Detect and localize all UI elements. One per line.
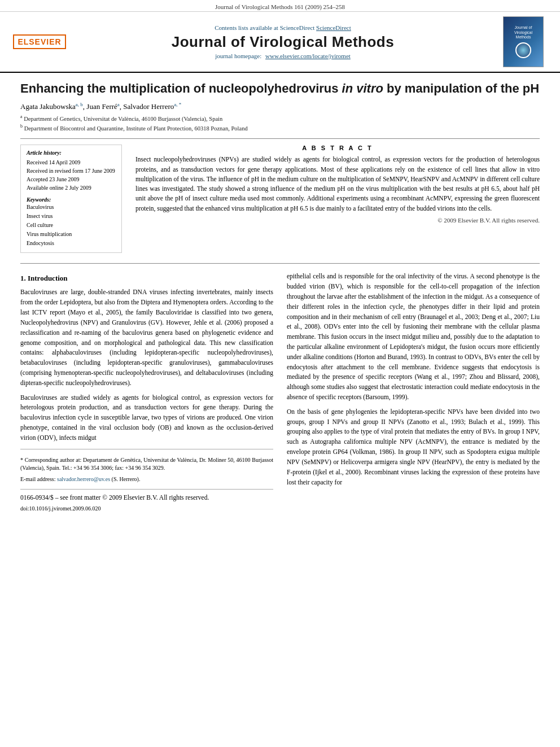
journal-header-center: Contents lists available at ScienceDirec… bbox=[68, 24, 498, 59]
affiliations: a Department of Genetics, Universitat de… bbox=[20, 113, 540, 133]
journal-header: ELSEVIER Contents lists available at Sci… bbox=[0, 12, 560, 73]
corresponding-note: * Corresponding author at: Departament d… bbox=[20, 456, 273, 472]
abstract-heading: A B S T R A C T bbox=[135, 145, 540, 151]
accepted-date: Accepted 23 June 2009 bbox=[27, 175, 116, 184]
body-left-column: 1. Introduction Baculoviruses are large,… bbox=[20, 272, 273, 513]
divider bbox=[20, 138, 540, 139]
article-info-column: Article history: Received 14 April 2009 … bbox=[20, 145, 122, 259]
abstract-section: A B S T R A C T Insect nucleopolyhedrovi… bbox=[135, 145, 540, 224]
article-history-label: Article history: bbox=[27, 150, 116, 156]
section-divider bbox=[20, 263, 540, 264]
journal-header-right: Journal of Virological Methods bbox=[498, 16, 549, 67]
footnote-area: * Corresponding author at: Departament d… bbox=[20, 449, 273, 483]
elsevier-logo: ELSEVIER bbox=[13, 34, 65, 49]
journal-title: Journal of Virological Methods bbox=[68, 33, 498, 51]
keyword-1: Baculovirus bbox=[27, 203, 116, 212]
intro-para-2: Baculoviruses are studied widely as agen… bbox=[20, 393, 273, 443]
keyword-5: Endocytosis bbox=[27, 239, 116, 248]
available-date: Available online 2 July 2009 bbox=[27, 184, 116, 192]
keyword-3: Cell culture bbox=[27, 221, 116, 230]
article-abstract-section: Article history: Received 14 April 2009 … bbox=[20, 145, 540, 259]
email-note: E-mail address: salvador.herrero@uv.es (… bbox=[20, 475, 273, 483]
abstract-text: Insect nucleopolyhedroviruses (NPVs) are… bbox=[135, 155, 540, 213]
right-para-1: epithelial cells and is responsible for … bbox=[287, 272, 540, 403]
journal-citation: Journal of Virological Methods 161 (2009… bbox=[215, 3, 345, 10]
footer-copyright-section: 0166-0934/$ – see front matter © 2009 El… bbox=[20, 489, 273, 513]
intro-heading: 1. Introduction bbox=[20, 273, 273, 284]
journal-header-left: ELSEVIER bbox=[11, 34, 68, 49]
received-date: Received 14 April 2009 bbox=[27, 158, 116, 167]
keyword-2: Insect virus bbox=[27, 212, 116, 221]
article-history-box: Article history: Received 14 April 2009 … bbox=[20, 145, 122, 253]
article-content: Enhancing the multiplication of nucleopo… bbox=[0, 73, 560, 524]
body-right-column: epithelial cells and is responsible for … bbox=[287, 272, 540, 513]
keywords-label: Keywords: bbox=[27, 196, 116, 203]
keywords-section: Keywords: Baculovirus Insect virus Cell … bbox=[27, 196, 116, 248]
main-body: 1. Introduction Baculoviruses are large,… bbox=[20, 272, 540, 513]
cover-title: Journal of Virological Methods bbox=[514, 25, 532, 40]
journal-homepage[interactable]: journal homepage: www.elsevier.com/locat… bbox=[68, 53, 498, 59]
abstract-column: A B S T R A C T Insect nucleopolyhedrovi… bbox=[135, 145, 540, 259]
revised-date: Received in revised form 17 June 2009 bbox=[27, 167, 116, 175]
cover-circle-icon bbox=[515, 42, 531, 58]
keyword-4: Virus multiplication bbox=[27, 230, 116, 239]
abstract-copyright: © 2009 Elsevier B.V. All rights reserved… bbox=[135, 217, 540, 224]
authors-line: Agata Jakubowskaa, b, Juan Ferréa, Salva… bbox=[20, 102, 540, 111]
sciencedirect-link[interactable]: Contents lists available at ScienceDirec… bbox=[68, 24, 498, 31]
article-title: Enhancing the multiplication of nucleopo… bbox=[20, 81, 540, 97]
footer-doi[interactable]: doi:10.1016/j.jviromet.2009.06.020 bbox=[20, 504, 273, 513]
footer-copyright: 0166-0934/$ – see front matter © 2009 El… bbox=[20, 493, 273, 503]
journal-top-bar: Journal of Virological Methods 161 (2009… bbox=[0, 0, 560, 12]
journal-cover-image: Journal of Virological Methods bbox=[503, 16, 544, 67]
intro-para-1: Baculoviruses are large, double-stranded… bbox=[20, 287, 273, 388]
right-para-2: On the basis of gene phylogenies the lep… bbox=[287, 407, 540, 488]
